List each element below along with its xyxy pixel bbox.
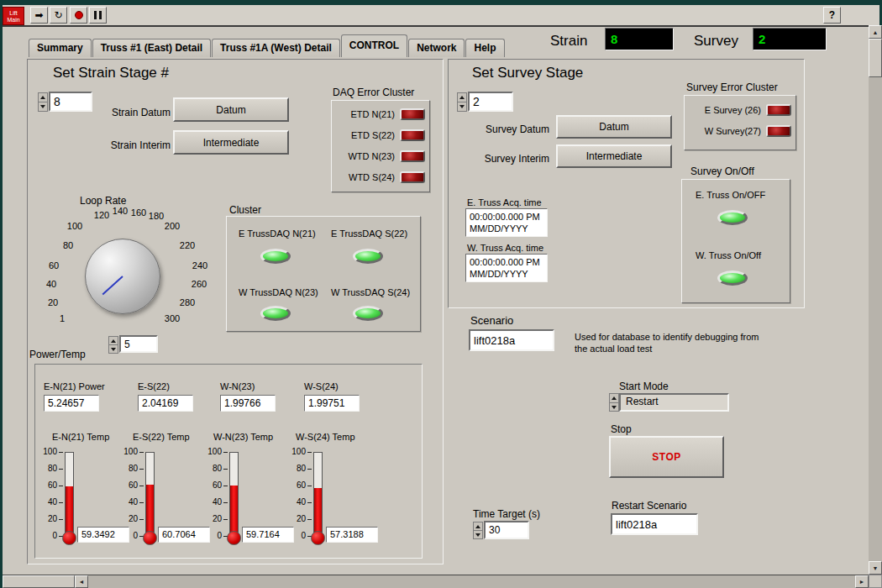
survey-stage-display: 2: [753, 28, 827, 50]
strain-datum-button[interactable]: Datum: [173, 97, 289, 122]
scale-label: 20: [289, 514, 306, 523]
w-truss-acq-label: W. Truss Acq. time: [467, 243, 543, 253]
thermometer-bulb: [227, 531, 241, 545]
survey-error-cluster: E Survey (26) W Survey(27): [684, 95, 796, 150]
run-button[interactable]: ➡: [30, 7, 48, 24]
scale-label: 0: [121, 531, 138, 540]
pause-button[interactable]: [89, 7, 107, 24]
knob-scale-label: 140: [113, 206, 128, 216]
stop-button[interactable]: STOP: [609, 436, 724, 478]
scroll-up-button[interactable]: ▲: [869, 25, 882, 39]
tab-truss1a-west-detail[interactable]: Truss #1A (West) Detail: [212, 39, 340, 57]
survey-interim-label: Survey Interim: [465, 153, 549, 165]
etd-n21-label: ETD N(21): [350, 109, 395, 119]
cluster-title: Cluster: [229, 204, 261, 216]
etd-s22-label: ETD S(22): [351, 130, 395, 140]
etd-s22-led: [400, 129, 425, 141]
power-temp-panel: E-N(21) Power E-S(22) W-N(23) W-S(24) 5.…: [34, 364, 423, 559]
decrement-arrow[interactable]: [474, 531, 482, 538]
e-truss-onoff-toggle[interactable]: [717, 210, 748, 225]
scale-label: 40: [289, 497, 306, 507]
decrement-arrow[interactable]: [610, 403, 618, 412]
daq-error-row: WTD N(23): [332, 145, 429, 166]
acq-time-line: 00:00:00.000 PM: [470, 211, 543, 223]
power-value-display: 1.99751: [304, 395, 360, 412]
tab-truss1-east-detail[interactable]: Truss #1 (East) Detail: [92, 39, 211, 57]
scale-label: 60: [121, 480, 138, 490]
scale-label: 80: [121, 464, 138, 473]
stop-label: Stop: [611, 423, 632, 435]
tab-summary[interactable]: Summary: [29, 39, 92, 57]
increment-arrow[interactable]: [458, 93, 466, 102]
w-truss-onoff-label: W. Truss On/Off: [696, 250, 761, 260]
increment-arrow[interactable]: [109, 337, 118, 345]
daq-error-row: WTD S(24): [332, 166, 429, 187]
tab-help[interactable]: Help: [465, 39, 504, 57]
knob-scale-label: 180: [149, 211, 164, 221]
increment-arrow[interactable]: [610, 394, 618, 403]
decrement-arrow[interactable]: [458, 102, 466, 111]
time-target-label: Time Target (s): [473, 508, 540, 520]
horizontal-scrollbar[interactable]: ◄ ►: [3, 575, 869, 588]
scroll-right-button[interactable]: ►: [855, 575, 869, 588]
control-tab-page: Summary Truss #1 (East) Detail Truss #1A…: [3, 27, 869, 575]
run-continuous-button[interactable]: ↻: [50, 7, 67, 24]
survey-interim-button[interactable]: Intermediate: [556, 144, 672, 168]
loop-rate-spinner[interactable]: [108, 336, 118, 354]
thermometer-fill: [66, 486, 73, 535]
knob-scale-label: 260: [192, 279, 207, 289]
restart-scenario-input[interactable]: [611, 513, 698, 535]
survey-panel-title: Set Survey Stage: [472, 65, 583, 81]
strain-stage-spinner[interactable]: [38, 92, 48, 112]
w-survey-27-label: W Survey(27): [705, 126, 761, 136]
survey-error-row: W Survey(27): [685, 120, 795, 141]
start-mode-spinner[interactable]: [609, 393, 619, 412]
loop-rate-input[interactable]: [119, 335, 158, 353]
start-mode-value[interactable]: Restart: [619, 393, 729, 412]
abort-button[interactable]: [70, 7, 87, 24]
wtd-n23-led: [400, 150, 425, 162]
vertical-scroll-thumb[interactable]: [869, 39, 882, 77]
vertical-scrollbar[interactable]: ▲ ▼: [869, 25, 882, 575]
scale-tick-marks: [139, 452, 144, 538]
help-button[interactable]: ?: [823, 7, 841, 24]
increment-arrow[interactable]: [39, 93, 47, 102]
strain-stage-input[interactable]: [49, 92, 92, 112]
horizontal-scroll-thumb[interactable]: [3, 575, 75, 588]
scenario-label: Scenario: [470, 314, 513, 327]
survey-stage-input[interactable]: [468, 92, 513, 112]
survey-datum-button[interactable]: Datum: [556, 115, 672, 139]
thermometer-bulb: [143, 531, 157, 545]
w-truss-onoff-toggle[interactable]: [717, 270, 748, 286]
w-trussdaq-n23-label: W TrussDAQ N(23): [239, 287, 318, 297]
thermometer-bulb: [62, 531, 76, 545]
toolbar: ➡ ↻ ? Lift Main: [3, 5, 879, 27]
run-continuous-icon: ↻: [54, 9, 62, 21]
strain-interim-button[interactable]: Intermediate: [173, 130, 289, 155]
start-mode-control[interactable]: Restart: [609, 393, 729, 412]
tab-control[interactable]: CONTROL: [341, 34, 407, 57]
knob-scale-label: 1: [60, 313, 65, 323]
power-label: E-S(22): [138, 381, 170, 391]
survey-stage-spinner[interactable]: [457, 92, 467, 112]
e-trussdaq-n21-toggle[interactable]: [260, 249, 291, 264]
scenario-input[interactable]: [469, 329, 554, 351]
loop-rate-knob-area: 1 20 40 60 80 100 120 140 160 180 200 22…: [45, 207, 217, 333]
decrement-arrow[interactable]: [109, 345, 118, 353]
w-trussdaq-s24-toggle[interactable]: [353, 306, 383, 321]
time-target-spinner[interactable]: [473, 522, 483, 539]
tab-network[interactable]: Network: [408, 39, 465, 57]
app-window: ➡ ↻ ? Lift Main Summary Truss #1 (East) …: [0, 0, 882, 588]
time-target-input[interactable]: [484, 521, 529, 539]
decrement-arrow[interactable]: [39, 102, 47, 111]
scale-label: 100: [121, 447, 138, 456]
scroll-left-button[interactable]: ◄: [75, 575, 88, 588]
w-trussdaq-n23-toggle[interactable]: [260, 306, 291, 321]
knob-scale-label: 100: [67, 221, 82, 231]
scroll-down-button[interactable]: ▼: [869, 561, 882, 575]
e-trussdaq-s22-toggle[interactable]: [353, 249, 383, 264]
increment-arrow[interactable]: [474, 522, 482, 531]
restart-scenario-label: Restart Scenario: [612, 500, 686, 512]
scenario-note: Used for database to identify debugging …: [575, 331, 793, 354]
survey-datum-label: Survey Datum: [465, 123, 549, 135]
